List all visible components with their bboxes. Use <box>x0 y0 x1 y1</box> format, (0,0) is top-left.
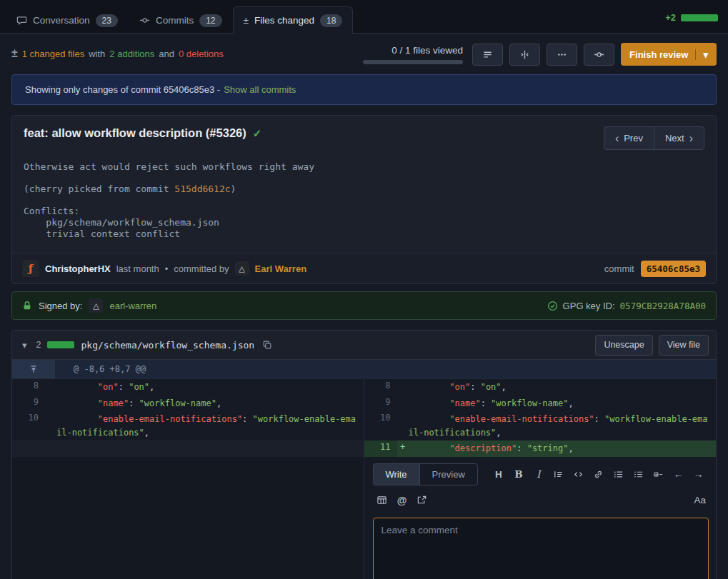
banner-text: Showing only changes of commit 65406c85e… <box>25 84 220 95</box>
prev-commit-button[interactable]: Prev <box>604 126 654 150</box>
file-fold-button[interactable] <box>19 338 30 352</box>
diffstat-additions: +2 <box>665 12 676 23</box>
old-line-number[interactable]: 8 <box>12 379 45 396</box>
expand-hunk-button[interactable] <box>29 364 39 374</box>
comment-textarea[interactable] <box>373 518 709 579</box>
next-commit-button[interactable]: Next <box>654 126 704 150</box>
table-button[interactable] <box>373 491 392 510</box>
tab-commits[interactable]: Commits 12 <box>129 6 233 34</box>
old-line-number[interactable]: 10 <box>12 411 45 440</box>
commit-message-line: pkg/schema/workflow_schema.json <box>24 217 704 228</box>
diff-right-cell: 8 "on": "on", <box>364 379 717 396</box>
diff-row: 9 "name": "workflow-name", 9 "name": "wo… <box>12 396 716 412</box>
cherry-pick-sha-link[interactable]: 515dd6612c <box>174 183 230 194</box>
committer-name-link[interactable]: Earl Warren <box>255 263 307 274</box>
diff-empty-cell <box>12 457 364 579</box>
font-size-button[interactable] <box>691 491 709 510</box>
commit-select-button[interactable] <box>584 44 614 66</box>
diff-sign <box>397 396 409 412</box>
link-icon <box>593 469 604 480</box>
preview-tab[interactable]: Preview <box>419 463 478 485</box>
diff-sign <box>45 379 56 396</box>
commit-time: last month <box>116 263 159 274</box>
tab-files-changed[interactable]: Files changed 18 <box>233 6 354 34</box>
signature-row: Signed by: earl-warren GPG key ID: 0579C… <box>11 291 717 320</box>
write-tab[interactable]: Write <box>373 463 420 485</box>
view-file-button[interactable]: View file <box>659 335 709 356</box>
additions-count: 2 additions <box>109 49 154 59</box>
changed-files-link[interactable]: 1 changed files <box>22 49 84 59</box>
diff-row-added: 11 + "description": "string", <box>12 440 716 457</box>
markdown-toolbar <box>489 465 708 483</box>
unescape-button[interactable]: Unescape <box>595 335 652 356</box>
commit-header: feat: allow workflow description (#5326)… <box>12 116 716 153</box>
addition-sign: + <box>397 440 409 457</box>
file-change-count: 2 <box>36 340 41 350</box>
split-view-icon <box>519 49 530 60</box>
reference-button[interactable] <box>413 491 432 510</box>
commit-message-line: Conflicts: <box>24 206 704 217</box>
signer-avatar[interactable] <box>89 298 103 313</box>
undo-button[interactable] <box>669 465 688 483</box>
next-label: Next <box>665 133 684 144</box>
more-options-button[interactable] <box>547 44 577 66</box>
author-avatar[interactable] <box>22 260 39 277</box>
numbered-list-button[interactable] <box>629 465 648 483</box>
committer-avatar[interactable] <box>235 261 249 276</box>
dot-separator: • <box>165 263 169 274</box>
new-line-number[interactable]: 9 <box>364 396 397 412</box>
redo-button[interactable] <box>689 465 708 483</box>
copy-icon <box>262 340 272 350</box>
triangle-logo-icon <box>93 301 99 311</box>
conversation-count-badge: 23 <box>96 14 118 27</box>
heading-button[interactable] <box>489 465 508 483</box>
hunk-header-text: @ -8,6 +8,7 @@ <box>55 360 146 378</box>
commit-sha-badge[interactable]: 65406c85e3 <box>641 261 706 277</box>
ci-success-icon[interactable] <box>253 127 262 140</box>
signer-name-link[interactable]: earl-warren <box>109 301 156 311</box>
bullet-list-button[interactable] <box>609 465 628 483</box>
committed-by-text: committed by <box>174 263 229 274</box>
new-line-number[interactable]: 8 <box>364 379 397 396</box>
finish-review-button[interactable]: Finish review <box>621 43 717 66</box>
diffstat-bar <box>681 14 718 21</box>
verified-check-icon <box>547 301 558 311</box>
copy-filename-button[interactable] <box>261 338 274 351</box>
summary-with-text: with <box>89 49 105 59</box>
bold-button[interactable] <box>509 465 528 483</box>
new-line-number[interactable]: 11 <box>364 440 397 457</box>
summary-and-text: and <box>159 49 174 59</box>
chevron-right-icon <box>689 132 693 145</box>
global-diffstat: +2 <box>665 12 718 23</box>
code-line: "description": "string", <box>409 440 717 457</box>
diff-stats-expander-icon[interactable] <box>11 47 18 60</box>
mention-button[interactable] <box>393 491 412 510</box>
tabs: Conversation 23 Commits 12 Files changed… <box>6 6 353 33</box>
show-all-commits-link[interactable]: Show all commits <box>224 84 296 95</box>
quote-button[interactable] <box>549 465 568 483</box>
diff-empty-cell <box>12 440 364 457</box>
link-button[interactable] <box>589 465 608 483</box>
diff-left-cell: 9 "name": "workflow-name", <box>12 396 364 412</box>
diff-toolbar: 0 / 1 files viewed <box>363 43 717 66</box>
author-name-link[interactable]: ChristopherHX <box>45 263 111 274</box>
old-line-number[interactable]: 9 <box>12 396 45 412</box>
italic-button[interactable] <box>529 465 548 483</box>
diff-row: 10 "enable-email-notifications": "workfl… <box>12 411 716 440</box>
new-line-number[interactable]: 10 <box>364 411 397 440</box>
tab-files-changed-label: Files changed <box>254 15 314 26</box>
prev-label: Prev <box>624 133 643 144</box>
diff-right-cell-added: 11 + "description": "string", <box>364 440 717 457</box>
diff-row: 8 "on": "on", 8 "on": "on", <box>12 379 716 396</box>
file-name-link[interactable]: pkg/schema/workflow_schema.json <box>81 340 254 351</box>
tab-conversation[interactable]: Conversation 23 <box>6 6 129 34</box>
whitespace-options-button[interactable] <box>472 44 503 66</box>
task-list-button[interactable] <box>649 465 668 483</box>
file-diffstat-bar <box>47 341 74 348</box>
diff-view-toggle-button[interactable] <box>509 44 540 66</box>
diff-summary-row: 1 changed files with 2 additions and 0 d… <box>11 43 717 66</box>
diff-right-cell: 9 "name": "workflow-name", <box>364 396 717 412</box>
code-button[interactable] <box>569 465 588 483</box>
diff-sign <box>397 411 409 440</box>
conversation-icon <box>16 15 27 26</box>
